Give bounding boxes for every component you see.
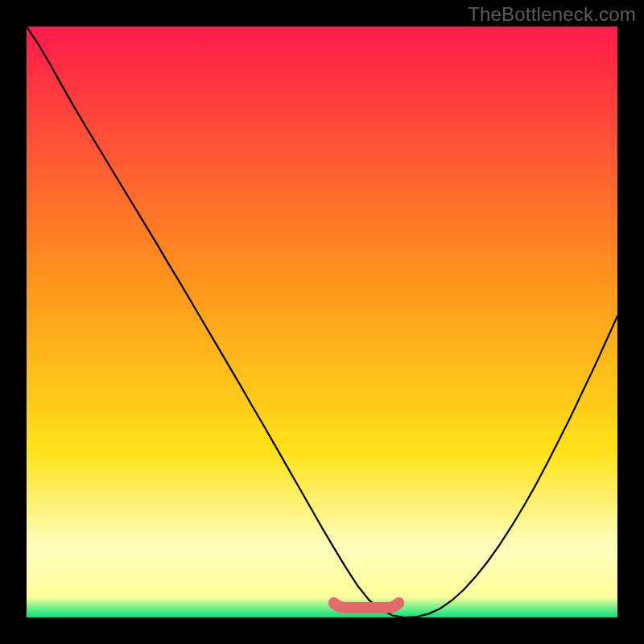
chart-svg xyxy=(27,27,617,617)
watermark-text: TheBottleneck.com xyxy=(468,3,636,26)
outer-frame: TheBottleneck.com xyxy=(0,0,644,644)
minimum-marker xyxy=(334,603,399,608)
plot-area xyxy=(27,27,617,617)
